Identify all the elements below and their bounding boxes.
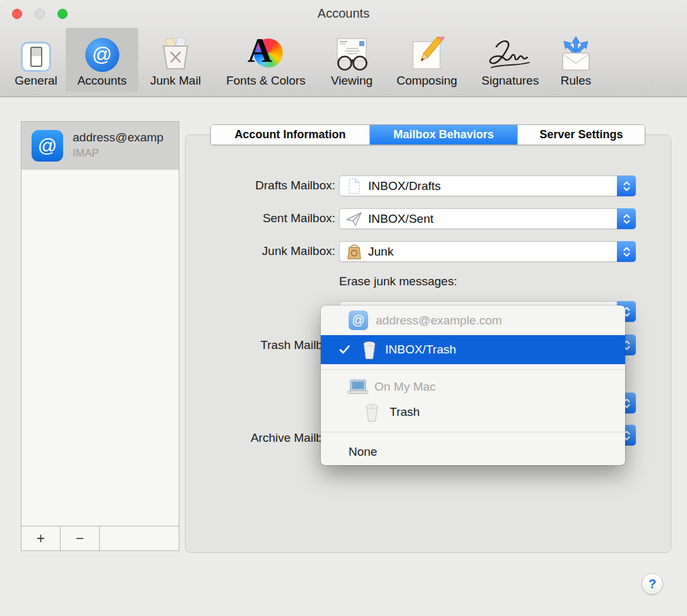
account-at-icon: @ — [32, 130, 63, 162]
toolbar-item-accounts[interactable]: @ Accounts — [66, 28, 138, 92]
titlebar-toolbar: Accounts General @ Accounts Junk Mail — [0, 0, 687, 97]
chevron-up-down-icon — [617, 175, 636, 196]
junk-basket-icon — [157, 37, 194, 72]
toolbar-item-label: Accounts — [66, 74, 138, 88]
add-account-button[interactable]: + — [21, 526, 61, 550]
toolbar-item-viewing[interactable]: Viewing — [323, 28, 380, 92]
accounts-at-icon: @ — [85, 38, 119, 72]
mac-laptop-icon — [347, 379, 369, 394]
paper-plane-icon — [346, 211, 362, 227]
tab-mailbox-behaviors[interactable]: Mailbox Behaviors — [370, 125, 518, 145]
menu-account-header: @ address@example.com — [321, 305, 625, 335]
toolbar-item-signatures[interactable]: Signatures — [475, 28, 546, 92]
menu-separator — [321, 369, 625, 370]
toolbar-item-general[interactable]: General — [10, 28, 62, 92]
trash-mailbox-menu: @ address@example.com INBOX/Trash On My … — [321, 305, 625, 465]
signature-icon — [477, 37, 543, 72]
menu-item-local-trash[interactable]: Trash — [321, 400, 625, 424]
menu-on-my-mac-header: On My Mac — [321, 376, 625, 398]
checkmark-icon — [338, 344, 351, 355]
toolbar-item-fonts-colors[interactable]: A Fonts & Colors — [213, 28, 318, 92]
menu-item-none[interactable]: None — [321, 440, 625, 464]
chevron-up-down-icon — [617, 208, 636, 229]
toolbar-item-label: Junk Mail — [141, 74, 210, 88]
drafts-mailbox-select[interactable]: INBOX/Drafts — [339, 175, 636, 196]
draft-page-icon — [347, 178, 361, 194]
general-icon — [21, 42, 51, 72]
help-button[interactable]: ? — [642, 573, 663, 595]
toolbar-item-label: Rules — [553, 74, 599, 88]
menu-item-inbox-trash[interactable]: INBOX/Trash — [321, 335, 625, 364]
chevron-up-down-icon — [617, 241, 636, 262]
junk-mailbox-value: Junk — [368, 245, 393, 259]
drafts-mailbox-value: INBOX/Drafts — [368, 179, 441, 193]
toolbar-item-label: Fonts & Colors — [213, 74, 318, 88]
composing-pencil-icon — [409, 37, 445, 72]
sent-mailbox-value: INBOX/Sent — [368, 212, 434, 226]
mail-preferences-window: Accounts General @ Accounts Junk Mail — [0, 0, 687, 616]
account-list-toolbar: + − — [21, 526, 179, 550]
fonts-colors-icon: A — [248, 35, 284, 72]
junk-mailbox-select[interactable]: Junk — [339, 241, 636, 262]
toolbar-item-rules[interactable]: Rules — [553, 28, 599, 92]
remove-account-button[interactable]: − — [61, 526, 100, 550]
toolbar-item-label: General — [10, 74, 62, 88]
trash-icon — [364, 402, 379, 422]
junk-bag-icon — [347, 244, 362, 260]
junk-mailbox-label: Junk Mailbox: — [177, 244, 335, 258]
account-list-item[interactable]: @ address@examp IMAP — [21, 122, 179, 170]
drafts-mailbox-label: Drafts Mailbox: — [177, 179, 335, 192]
tab-account-information[interactable]: Account Information — [211, 125, 370, 145]
tab-server-settings[interactable]: Server Settings — [518, 125, 645, 145]
trash-mailbox-label: Trash Mailbox — [177, 338, 335, 352]
erase-junk-messages-label: Erase junk messages: — [339, 275, 457, 288]
toolbar-item-label: Viewing — [323, 74, 380, 88]
viewing-glasses-icon — [332, 37, 372, 72]
window-title: Accounts — [0, 6, 687, 21]
archive-mailbox-label: Archive Mailbox — [177, 431, 335, 445]
menu-separator — [321, 432, 625, 432]
toolbar-item-label: Composing — [386, 74, 467, 88]
toolbar-item-composing[interactable]: Composing — [386, 28, 467, 92]
account-name: address@examp — [73, 131, 179, 145]
sent-mailbox-select[interactable]: INBOX/Sent — [339, 208, 636, 229]
toolbar-item-label: Signatures — [475, 74, 546, 88]
account-at-icon: @ — [349, 311, 368, 330]
sent-mailbox-label: Sent Mailbox: — [177, 211, 335, 225]
rules-envelope-icon — [556, 35, 596, 72]
account-list-toolbar-filler — [100, 526, 179, 550]
account-protocol: IMAP — [73, 147, 99, 160]
account-tabs: Account Information Mailbox Behaviors Se… — [210, 124, 645, 145]
toolbar-item-junk-mail[interactable]: Junk Mail — [141, 28, 210, 92]
accounts-list: @ address@examp IMAP + − — [21, 121, 179, 551]
trash-icon — [362, 340, 377, 360]
